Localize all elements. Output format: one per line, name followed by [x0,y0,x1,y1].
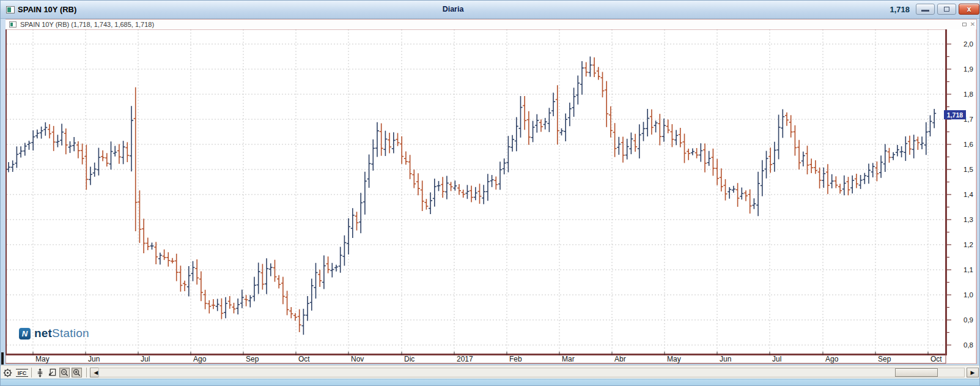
ohlc-bar [478,184,482,204]
ohlc-bar [204,290,207,310]
chart-canvas[interactable]: 2,01,91,81,71,61,51,41,31,21,11,00,90,8M… [1,1,980,386]
ohlc-bar [314,263,318,299]
ohlc-bar [535,114,539,133]
ohlc-bar [474,187,477,200]
time-axis-label: Dic [404,355,414,363]
ohlc-bar [286,291,289,315]
ohlc-bar [588,56,592,76]
ohlc-bar [855,174,858,188]
time-axis-label: Abr [614,355,626,363]
ohlc-bar [339,247,342,272]
price-axis-label: 1,8 [963,91,973,98]
ohlc-bar [916,136,919,150]
ohlc-bar [797,140,801,169]
pane-close-icon[interactable]: ✕ [969,21,976,28]
ohlc-bar [850,176,854,194]
ohlc-bar [383,131,387,156]
ohlc-bar [510,135,514,152]
ohlc-bar [765,151,768,179]
ohlc-bar [19,146,23,157]
window-titlebar[interactable]: SPAIN 10Y (RB) Diaria 1,718 x [1,1,980,19]
ohlc-bar [654,121,658,132]
ohlc-bar [48,124,51,138]
ohlc-bar [711,149,715,176]
ohlc-bar [166,252,170,266]
ohlc-bar [375,122,379,157]
ohlc-bar [163,250,166,260]
ohlc-bar [245,295,248,306]
zoom-out-icon[interactable] [59,368,70,377]
ohlc-bar [613,123,617,157]
restore-button[interactable] [937,4,956,15]
ohlc-bar [908,136,912,155]
ohlc-bar [175,254,179,281]
ohlc-bar [621,137,625,163]
ohlc-bar [551,92,555,116]
chart-mini-icon [9,21,17,28]
ohlc-bar [503,158,506,174]
ohlc-bar [470,186,473,202]
ohlc-bar [642,122,646,141]
ohlc-bar [695,148,699,158]
close-button[interactable]: x [959,4,979,15]
ohlc-bar [421,180,424,211]
chart-toolbar: IFC ◀ ▶ [1,365,980,379]
ohlc-bar [703,144,707,173]
ohlc-bar [842,176,846,195]
zoom-in-icon[interactable] [72,368,82,377]
x-axis-left-grip[interactable] [1,352,4,365]
ohlc-bar [883,144,887,173]
horizontal-scrollbar[interactable] [98,368,965,377]
ohlc-bar [863,173,866,184]
time-axis-label: May [35,355,50,363]
ohlc-bar [433,179,437,207]
time-axis-label: Sep [246,355,259,363]
ohlc-bar [752,198,756,209]
chart-instrument-label: SPAIN 10Y (RB) [20,21,69,28]
ohlc-bar [52,126,56,151]
ohlc-bar [568,103,572,126]
ifc-tool-icon[interactable]: IFC [16,369,28,377]
ohlc-bar [122,141,125,164]
ohlc-bar [306,296,309,321]
minimize-button[interactable] [916,4,935,15]
ohlc-bar [363,172,367,215]
time-axis-label: May [667,355,681,363]
scrollbar-thumb[interactable] [895,368,938,377]
ohlc-bar [252,277,256,302]
ohlc-bar [416,173,420,195]
ohlc-bar [15,146,18,168]
fit-vertical-icon[interactable] [35,368,45,377]
ohlc-bar [293,313,297,321]
ohlc-bar [11,160,15,172]
ohlc-bar [629,133,633,154]
chart-settings-icon[interactable] [2,368,13,377]
ohlc-bar [859,175,863,189]
ohlc-bar [576,75,580,104]
scroll-right-button[interactable]: ▶ [967,368,979,377]
ohlc-bar [219,299,223,319]
ohlc-bar [199,272,203,302]
ohlc-bar [720,168,723,191]
ohlc-bar [146,238,150,251]
ohlc-bar [248,295,252,307]
ohlc-bar [408,155,412,179]
ohlc-bar [224,297,227,319]
ohlc-bar [814,160,817,174]
toolbar-separator [86,368,87,377]
ohlc-bar [84,145,88,190]
ohlc-bar [105,153,109,166]
zoom-region-icon[interactable] [47,368,57,377]
ohlc-bar [158,253,162,265]
ohlc-bar [347,218,350,254]
ohlc-bar [834,176,838,188]
price-axis-line [945,29,947,354]
ohlc-bar [130,106,133,171]
ohlc-bar [687,149,690,160]
ohlc-bar [486,174,490,201]
ohlc-bar [646,109,649,136]
ohlc-bar [289,307,293,318]
watermark-station: Station [52,327,89,340]
ohlc-bar [465,185,469,199]
pane-restore-icon[interactable] [960,21,968,28]
